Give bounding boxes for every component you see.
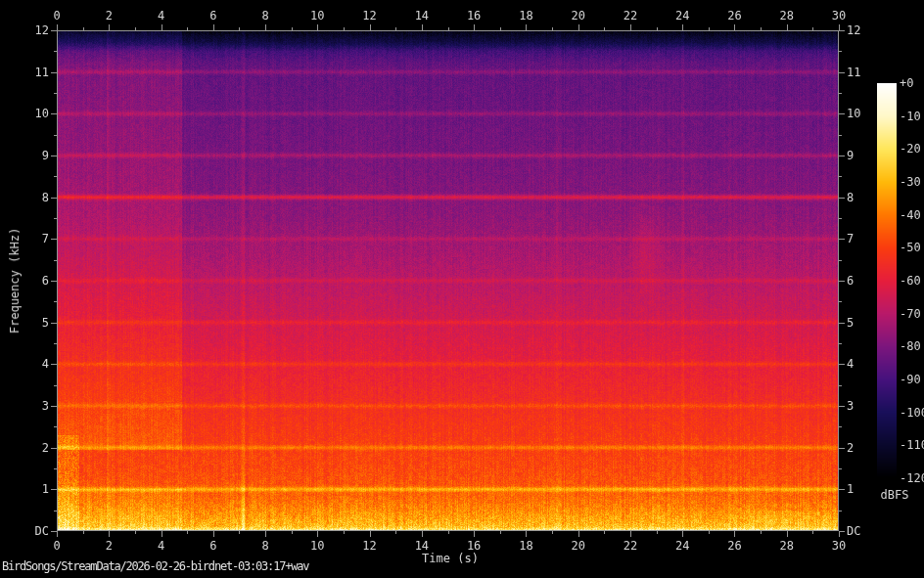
y-tick-label-right: 9 xyxy=(847,150,854,162)
y-tick-label-right: 6 xyxy=(847,275,854,288)
x-tick-label-bottom: 30 xyxy=(832,540,846,553)
status-bar-filename: BirdSongs/StreamData/2026-02-26-birdnet-… xyxy=(2,559,308,573)
y-tick-label-left: 2 xyxy=(42,441,49,454)
y-tick-label-right: 3 xyxy=(847,400,854,413)
x-tick-label-top: 12 xyxy=(362,10,376,22)
x-tick-label-top: 24 xyxy=(675,10,689,22)
colorbar-tick-label: -110 xyxy=(900,439,924,452)
x-tick-label-bottom: 22 xyxy=(624,540,637,553)
colorbar-tick-label: +0 xyxy=(900,77,913,90)
y-tick-label-left: 4 xyxy=(42,358,49,371)
x-tick-label-bottom: 12 xyxy=(362,540,376,553)
x-tick-label-top: 22 xyxy=(624,10,637,22)
x-tick-label-top: 2 xyxy=(106,10,113,22)
y-axis-title: Frequency (kHz) xyxy=(8,228,22,333)
x-tick-label-top: 20 xyxy=(571,10,584,22)
y-tick-label-left: 8 xyxy=(42,191,49,203)
x-tick-label-bottom: 18 xyxy=(519,540,532,553)
x-tick-label-top: 6 xyxy=(209,10,216,22)
x-tick-label-bottom: 26 xyxy=(727,540,741,553)
x-tick-label-top: 30 xyxy=(832,10,846,22)
x-tick-label-top: 10 xyxy=(310,10,324,22)
x-tick-label-top: 26 xyxy=(727,10,741,22)
y-tick-label-right: DC xyxy=(847,525,860,538)
x-tick-label-bottom: 4 xyxy=(158,540,164,553)
y-tick-label-right: 8 xyxy=(847,191,854,203)
spectrogram-figure-canvas[interactable] xyxy=(0,0,924,578)
y-tick-label-left: 12 xyxy=(35,24,49,37)
x-tick-label-bottom: 8 xyxy=(261,540,268,553)
x-tick-label-bottom: 6 xyxy=(209,540,216,553)
x-tick-label-bottom: 10 xyxy=(310,540,324,553)
x-tick-label-bottom: 24 xyxy=(675,540,689,553)
x-tick-label-top: 28 xyxy=(779,10,793,22)
colorbar-tick-label: -70 xyxy=(900,307,921,320)
y-tick-label-left: DC xyxy=(35,525,49,538)
y-tick-label-right: 5 xyxy=(847,316,854,329)
y-tick-label-left: 1 xyxy=(42,483,49,496)
y-tick-label-left: 6 xyxy=(42,275,49,288)
y-tick-label-left: 3 xyxy=(42,400,49,413)
colorbar-tick-label: -30 xyxy=(900,176,921,189)
y-tick-label-right: 4 xyxy=(847,358,854,371)
colorbar-tick-label: -40 xyxy=(900,208,921,221)
y-tick-label-left: 7 xyxy=(42,233,49,245)
x-tick-label-top: 18 xyxy=(519,10,532,22)
x-axis-title: Time (s) xyxy=(422,552,479,565)
colorbar-tick-label: -120 xyxy=(900,472,924,485)
y-tick-label-right: 12 xyxy=(847,24,860,37)
y-tick-label-left: 9 xyxy=(42,150,49,162)
y-tick-label-right: 11 xyxy=(847,66,860,78)
colorbar-tick-label: -100 xyxy=(900,406,924,419)
colorbar-tick-label: -60 xyxy=(900,275,921,288)
colorbar-tick-label: -90 xyxy=(900,374,921,386)
colorbar-tick-label: -50 xyxy=(900,242,921,254)
x-tick-label-top: 4 xyxy=(158,10,164,22)
y-tick-label-left: 10 xyxy=(35,108,49,120)
y-tick-label-left: 5 xyxy=(42,316,49,329)
y-tick-label-right: 2 xyxy=(847,441,854,454)
x-tick-label-bottom: 20 xyxy=(571,540,584,553)
x-tick-label-bottom: 0 xyxy=(53,540,60,553)
x-tick-label-top: 16 xyxy=(467,10,481,22)
y-tick-label-right: 7 xyxy=(847,233,854,245)
x-tick-label-bottom: 2 xyxy=(106,540,113,553)
x-tick-label-top: 0 xyxy=(53,10,60,22)
colorbar-tick-label: -10 xyxy=(900,110,921,122)
colorbar-tick-label: -80 xyxy=(900,340,921,353)
x-tick-label-bottom: 28 xyxy=(779,540,793,553)
y-tick-label-right: 10 xyxy=(847,108,860,120)
y-tick-label-left: 11 xyxy=(35,66,49,78)
x-tick-label-top: 14 xyxy=(415,10,429,22)
y-tick-label-right: 1 xyxy=(847,483,854,496)
colorbar-tick-label: -20 xyxy=(900,143,921,156)
x-tick-label-top: 8 xyxy=(261,10,268,22)
colorbar-unit-label: dBFS xyxy=(881,488,909,502)
